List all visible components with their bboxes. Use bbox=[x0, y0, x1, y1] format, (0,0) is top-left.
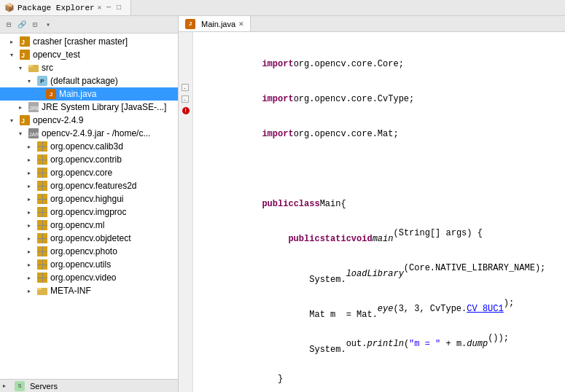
editor-panel: J Main.java ✕ - - ! bbox=[179, 16, 565, 392]
core-label: org.opencv.core bbox=[50, 168, 112, 178]
tree-item-opencv249[interactable]: ▾ J opencv-2.4.9 bbox=[0, 114, 178, 127]
minimize-btn[interactable]: ─ bbox=[104, 3, 113, 12]
editor-content: - - ! import org.opencv.core.Core; bbox=[179, 32, 565, 392]
code-line-main: public static void main(String[] args) { bbox=[199, 233, 559, 245]
ml-icon bbox=[36, 219, 48, 231]
imgproc-icon bbox=[36, 206, 48, 218]
tree-item-features2d[interactable]: ▸ org.opencv.features2d bbox=[0, 179, 178, 192]
svg-text:J: J bbox=[21, 117, 25, 125]
servers-label: Servers bbox=[30, 382, 58, 391]
opencv249-label: opencv-2.4.9 bbox=[33, 115, 83, 125]
panel-controls: ─ □ bbox=[104, 3, 126, 12]
features2d-label: org.opencv.features2d bbox=[50, 181, 137, 191]
view-menu-btn[interactable]: ▾ bbox=[42, 19, 54, 31]
objdetect-label: org.opencv.objdetect bbox=[50, 233, 131, 243]
imgproc-label: org.opencv.imgproc bbox=[50, 207, 127, 217]
code-line-import1: import org.opencv.core.Core; bbox=[199, 58, 559, 70]
gutter-line-11 bbox=[180, 152, 192, 163]
tree-item-core[interactable]: ▸ org.opencv.core bbox=[0, 166, 178, 179]
main-java-icon: J bbox=[45, 88, 57, 100]
code-line-import2: import org.opencv.core.CvType; bbox=[199, 93, 559, 105]
code-line-blank bbox=[199, 163, 559, 175]
tree-item-highgui[interactable]: ▸ org.opencv.highgui bbox=[0, 192, 178, 205]
code-line-loadlib: System.loadLibrary(Core.NATIVE_LIBRARY_N… bbox=[199, 268, 559, 280]
tree-item-crasher[interactable]: ▸ J crasher [crasher master] bbox=[0, 35, 178, 48]
explorer-toolbar: ⊟ 🔗 ⊡ ▾ bbox=[0, 16, 178, 34]
gutter-line-2 bbox=[180, 47, 192, 58]
explorer-panel: ⊟ 🔗 ⊡ ▾ ▸ J crasher [crasher master] ▾ J bbox=[0, 16, 179, 392]
main-layout: ⊟ 🔗 ⊡ ▾ ▸ J crasher [crasher master] ▾ J bbox=[0, 16, 565, 392]
collapse-marker-inner[interactable]: - bbox=[182, 95, 189, 103]
gutter-line-5: - bbox=[180, 82, 192, 93]
editor-tab-close[interactable]: ✕ bbox=[238, 20, 244, 28]
gutter-line-6: - bbox=[180, 93, 192, 105]
default-pkg-label: (default package) bbox=[50, 76, 118, 86]
servers-icon: S bbox=[14, 380, 26, 392]
editor-tab-label: Main.java bbox=[201, 20, 235, 28]
editor-java-icon: J bbox=[184, 18, 196, 30]
ml-label: org.opencv.ml bbox=[50, 220, 104, 230]
meta-inf-label: META-INF bbox=[50, 286, 91, 296]
code-line-class: public class Main { bbox=[199, 198, 559, 210]
calib3d-icon bbox=[36, 141, 48, 152]
package-explorer-close[interactable]: ✕ bbox=[98, 4, 101, 12]
explorer-tree: ▸ J crasher [crasher master] ▾ J opencv_… bbox=[0, 34, 178, 379]
collapse-marker[interactable]: - bbox=[182, 84, 189, 91]
jre-label: JRE System Library [JavaSE-...] bbox=[42, 102, 166, 112]
svg-rect-13 bbox=[37, 288, 42, 290]
gutter-line-10 bbox=[180, 140, 192, 152]
tree-item-objdetect[interactable]: ▸ org.opencv.objdetect bbox=[0, 232, 178, 245]
tree-item-opencv-test[interactable]: ▾ J opencv_test bbox=[0, 48, 178, 61]
servers-item[interactable]: ▸ S Servers bbox=[3, 380, 58, 392]
code-line-close1: } bbox=[199, 373, 559, 385]
tree-item-photo[interactable]: ▸ org.opencv.photo bbox=[0, 245, 178, 258]
tree-item-ml[interactable]: ▸ org.opencv.ml bbox=[0, 219, 178, 232]
svg-text:JAR: JAR bbox=[29, 132, 39, 137]
link-editor-btn[interactable]: 🔗 bbox=[16, 19, 28, 31]
tree-item-opencv-jar[interactable]: ▾ JAR opencv-2.4.9.jar - /home/c... bbox=[0, 127, 178, 140]
code-area[interactable]: import org.opencv.core.Core; import org.… bbox=[193, 32, 565, 392]
gutter-line-4 bbox=[180, 70, 192, 82]
jre-lib-icon: JRE bbox=[28, 101, 39, 113]
collapse-all-btn[interactable]: ⊟ bbox=[3, 19, 15, 31]
code-line-println: System.out.println("m = " + m.dump()); bbox=[199, 338, 559, 350]
highgui-label: org.opencv.highgui bbox=[50, 194, 124, 204]
tree-item-video[interactable]: ▸ org.opencv.video bbox=[0, 271, 178, 284]
tree-item-utils[interactable]: ▸ org.opencv.utils bbox=[0, 258, 178, 271]
tree-item-calib3d[interactable]: ▸ org.opencv.calib3d bbox=[0, 140, 178, 153]
tree-item-meta-inf[interactable]: ▸ META-INF bbox=[0, 284, 178, 297]
default-pkg-icon: P bbox=[36, 75, 48, 87]
opencv-jar-icon: JAR bbox=[28, 128, 39, 139]
svg-text:J: J bbox=[21, 52, 25, 59]
maximize-btn[interactable]: □ bbox=[114, 3, 123, 12]
editor-tabs: J Main.java ✕ bbox=[179, 16, 565, 32]
crasher-project-icon: J bbox=[19, 36, 31, 47]
utils-icon bbox=[36, 259, 48, 270]
gutter-line-9 bbox=[180, 128, 192, 140]
objdetect-icon bbox=[36, 232, 48, 244]
video-icon bbox=[36, 272, 48, 283]
tree-item-imgproc[interactable]: ▸ org.opencv.imgproc bbox=[0, 205, 178, 219]
gutter-line-7: ! bbox=[180, 105, 192, 117]
contrib-icon bbox=[36, 154, 48, 165]
core-icon bbox=[36, 167, 48, 179]
calib3d-label: org.opencv.calib3d bbox=[50, 141, 123, 152]
top-bar: 📦 Package Explorer ✕ ─ □ bbox=[0, 0, 565, 16]
features2d-icon bbox=[36, 180, 48, 192]
package-explorer-tab[interactable]: 📦 Package Explorer ✕ ─ □ bbox=[0, 0, 131, 15]
main-java-editor-tab[interactable]: J Main.java ✕ bbox=[179, 16, 251, 31]
tree-item-contrib[interactable]: ▸ org.opencv.contrib bbox=[0, 153, 178, 166]
opencv-test-project-icon: J bbox=[19, 49, 31, 60]
tree-item-main-java[interactable]: J Main.java bbox=[0, 87, 178, 101]
tree-item-src[interactable]: ▾ src bbox=[0, 61, 178, 74]
opencv-jar-label: opencv-2.4.9.jar - /home/c... bbox=[42, 128, 150, 138]
svg-text:JRE: JRE bbox=[29, 105, 39, 111]
src-folder-icon bbox=[28, 62, 39, 74]
src-label: src bbox=[42, 63, 53, 73]
crasher-label: crasher [crasher master] bbox=[33, 36, 128, 47]
error-marker: ! bbox=[182, 107, 190, 114]
refresh-btn[interactable]: ⊡ bbox=[29, 19, 41, 31]
tree-item-jre[interactable]: ▸ JRE JRE System Library [JavaSE-...] bbox=[0, 101, 178, 114]
tree-item-default-pkg[interactable]: ▾ P (default package) bbox=[0, 74, 178, 87]
opencv-test-label: opencv_test bbox=[33, 50, 80, 60]
